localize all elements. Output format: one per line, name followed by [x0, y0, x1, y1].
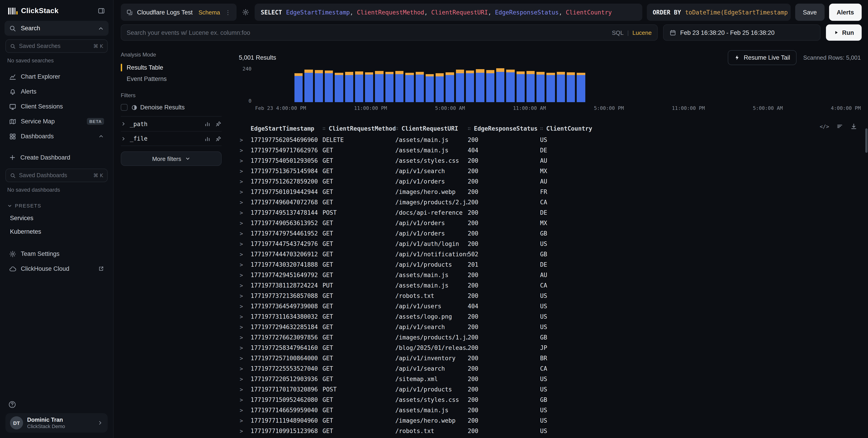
chevron-right-icon[interactable]: [121, 136, 126, 141]
sidebar-item-service-map[interactable]: Service Map BETA: [4, 114, 108, 129]
presets-toggle[interactable]: PRESETS: [4, 198, 108, 211]
saved-dashboards-searchbox[interactable]: ⌘ K: [5, 169, 107, 182]
histogram-bar[interactable]: [536, 72, 545, 102]
row-expand-chevron-icon[interactable]: >: [240, 366, 251, 372]
row-expand-chevron-icon[interactable]: >: [240, 189, 251, 195]
event-search-input[interactable]: [127, 29, 607, 36]
table-row[interactable]: >1771977111948904960GET/images/hero.webp…: [239, 415, 861, 426]
histogram-bar[interactable]: [577, 73, 585, 102]
schema-link[interactable]: Schema: [198, 9, 220, 15]
row-expand-chevron-icon[interactable]: >: [240, 178, 251, 184]
row-expand-chevron-icon[interactable]: >: [240, 397, 251, 403]
row-expand-chevron-icon[interactable]: >: [240, 241, 251, 247]
table-row[interactable]: >1771977512627859200GET/api/v1/orders200…: [239, 176, 861, 187]
histogram-bar[interactable]: [436, 73, 444, 102]
table-row[interactable]: >1771977490563613952GET/api/v1/orders200…: [239, 218, 861, 228]
user-menu[interactable]: DT Dominic Tran ClickStack Demo: [5, 413, 107, 433]
row-expand-chevron-icon[interactable]: >: [240, 262, 251, 268]
histogram-bar[interactable]: [335, 72, 343, 102]
table-row[interactable]: >1771977225553527040GET/api/v1/search200…: [239, 363, 861, 374]
table-row[interactable]: >1771977496047072768GET/images/products/…: [239, 197, 861, 207]
sidebar-item-clickhouse-cloud[interactable]: ClickHouse Cloud: [4, 261, 108, 276]
column-header-EdgeStartTimestamp[interactable]: EdgeStartTimestamp: [251, 125, 322, 132]
select-clause-editor[interactable]: SELECTEdgeStartTimestamp, ClientRequestM…: [254, 4, 642, 21]
row-expand-chevron-icon[interactable]: >: [240, 147, 251, 154]
histogram-bar[interactable]: [516, 71, 525, 102]
table-row[interactable]: >1771977276623097856GET/images/products/…: [239, 332, 861, 343]
save-button[interactable]: Save: [795, 4, 825, 21]
table-row[interactable]: >1771977562054696960DELETE/assets/main.j…: [239, 135, 861, 145]
field-chart-icon[interactable]: [205, 135, 211, 142]
row-expand-chevron-icon[interactable]: >: [240, 386, 251, 393]
histogram-bar[interactable]: [415, 72, 424, 102]
preset-item-kubernetes[interactable]: Kubernetes: [4, 225, 108, 238]
alerts-button[interactable]: Alerts: [829, 4, 862, 21]
table-row[interactable]: >1771977109915123968GET/robots.txt200US: [239, 426, 861, 436]
sidebar-item-chart-explorer[interactable]: Chart Explorer: [4, 69, 108, 84]
row-expand-chevron-icon[interactable]: >: [240, 407, 251, 413]
table-row[interactable]: >1771977063404348064GET/assets/main.js20…: [239, 436, 861, 438]
lucene-mode-toggle[interactable]: Lucene: [632, 29, 652, 36]
column-grip-icon[interactable]: ∷: [322, 126, 326, 131]
mode-results-table[interactable]: Results Table: [121, 62, 222, 73]
histogram-bar[interactable]: [527, 71, 535, 102]
table-row[interactable]: >1771977372136857088GET/robots.txt200US: [239, 291, 861, 301]
field-chart-icon[interactable]: [205, 121, 211, 127]
filter-field-file[interactable]: _file: [121, 131, 222, 146]
row-expand-chevron-icon[interactable]: >: [240, 376, 251, 382]
histogram-bar[interactable]: [567, 72, 575, 102]
histogram-bar[interactable]: [375, 71, 383, 102]
table-row[interactable]: >1771977294632285184GET/api/v1/search200…: [239, 322, 861, 332]
sql-mode-toggle[interactable]: SQL: [612, 29, 623, 36]
orderby-clause-editor[interactable]: ORDER BY toDateTime(EdgeStartTimestamp /: [647, 4, 790, 21]
field-pin-icon[interactable]: [215, 135, 222, 142]
resume-live-tail-button[interactable]: Resume Live Tail: [728, 50, 796, 65]
histogram-bar[interactable]: [325, 70, 333, 102]
row-expand-chevron-icon[interactable]: >: [240, 137, 251, 143]
table-row[interactable]: >1771977381128724224PUT/assets/main.js20…: [239, 280, 861, 291]
histogram-bar[interactable]: [365, 72, 373, 102]
create-dashboard-button[interactable]: Create Dashboard: [4, 150, 108, 165]
sidebar-item-alerts[interactable]: Alerts: [4, 84, 108, 99]
sidebar-item-team-settings[interactable]: Team Settings: [4, 246, 108, 261]
histogram-bar[interactable]: [466, 70, 474, 102]
table-row[interactable]: >1771977430320741888GET/api/v1/products2…: [239, 260, 861, 270]
histogram-bar[interactable]: [355, 71, 364, 102]
run-button[interactable]: Run: [826, 25, 862, 41]
code-view-icon[interactable]: </>: [819, 123, 829, 130]
histogram-bar[interactable]: [476, 69, 485, 102]
histogram-bar[interactable]: [486, 70, 494, 102]
table-row[interactable]: >1771977540501293056GET/assets/styles.cs…: [239, 156, 861, 166]
saved-searches-input[interactable]: [19, 43, 90, 49]
row-expand-chevron-icon[interactable]: >: [240, 428, 251, 434]
row-expand-chevron-icon[interactable]: >: [240, 272, 251, 278]
table-row[interactable]: >1771977257100864000GET/api/v1/inventory…: [239, 353, 861, 363]
row-expand-chevron-icon[interactable]: >: [240, 313, 251, 320]
row-expand-chevron-icon[interactable]: >: [240, 230, 251, 237]
more-filters-button[interactable]: More filters: [121, 151, 222, 166]
table-row[interactable]: >1771977479754461952GET/api/v1/orders200…: [239, 228, 861, 239]
table-row[interactable]: >1771977444703206912GET/api/v1/notificat…: [239, 249, 861, 260]
saved-searches-searchbox[interactable]: ⌘ K: [5, 39, 107, 53]
date-range-picker[interactable]: Feb 23 16:38:20 - Feb 25 16:38:20: [663, 25, 820, 41]
source-selector[interactable]: Cloudflare Logs Test Schema ⋮: [121, 4, 236, 21]
sidebar-item-client-sessions[interactable]: Client Sessions: [4, 99, 108, 114]
histogram-bar[interactable]: [405, 73, 414, 102]
row-expand-chevron-icon[interactable]: >: [240, 251, 251, 258]
format-columns-icon[interactable]: [836, 123, 843, 130]
table-row[interactable]: >1771977429451649792GET/assets/main.js20…: [239, 270, 861, 280]
histogram-bar[interactable]: [496, 68, 504, 102]
column-header-ClientRequestMethod[interactable]: ∷ClientRequestMethod: [322, 125, 395, 132]
table-row[interactable]: >1771977258347964160GET/blog/2025/01/rel…: [239, 343, 861, 353]
table-row[interactable]: >1771977501019442944GET/images/hero.webp…: [239, 187, 861, 197]
column-header-ClientRequestURI[interactable]: ∷ClientRequestURI: [395, 125, 468, 132]
table-row[interactable]: >1771977364549739008GET/api/v1/users404U…: [239, 301, 861, 311]
histogram-bar[interactable]: [547, 72, 555, 102]
sidebar-item-search[interactable]: Search: [4, 21, 108, 36]
column-header-ClientCountry[interactable]: ∷ClientCountry: [540, 125, 861, 132]
row-expand-chevron-icon[interactable]: >: [240, 303, 251, 309]
saved-dashboards-input[interactable]: [19, 172, 90, 178]
histogram-bar[interactable]: [345, 72, 353, 102]
source-settings-gear-icon[interactable]: [241, 8, 250, 17]
mode-event-patterns[interactable]: Event Patterns: [121, 74, 222, 84]
